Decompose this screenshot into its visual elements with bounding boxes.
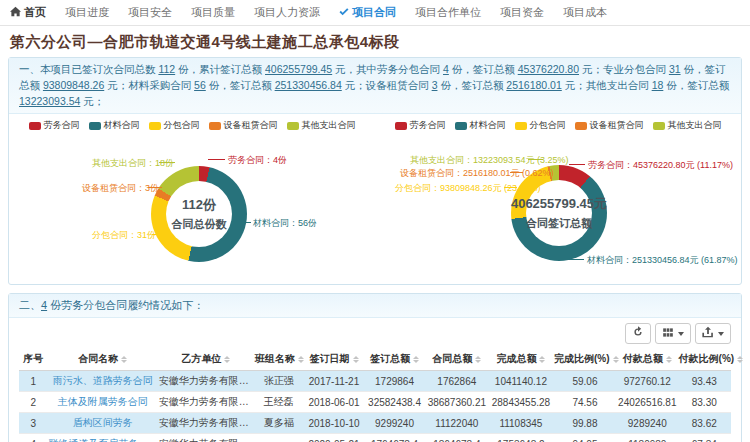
table-cell: 1864678.4 — [425, 434, 489, 442]
charts-row: 劳务合同材料合同分包合同设备租赁合同其他支出合同112份合同总份数劳务合同：4份… — [9, 114, 741, 284]
contract-name-link[interactable]: 盾构区间劳务 — [73, 417, 133, 428]
summary-number-link[interactable]: 251330456.84 — [275, 79, 342, 91]
sort-icon — [475, 356, 481, 363]
nav-item-label: 项目质量 — [191, 5, 235, 20]
chart-legend: 劳务合同材料合同分包合同设备租赁合同其他支出合同 — [375, 119, 741, 132]
summary-number-link[interactable]: 45376220.80 — [518, 63, 579, 75]
table-cell: 2020-05-21 — [304, 434, 365, 442]
donut-ring[interactable]: 112份合同总份数 — [151, 166, 247, 262]
table-cell: 2017-11-21 — [304, 371, 365, 392]
table-cell: 夏多福 — [254, 413, 304, 434]
contract-name-link[interactable]: 联络通道及泵房劳务合同 — [48, 438, 157, 442]
top-nav: 首页项目进度项目安全项目质量项目人力资源项目合同项目合作单位项目资金项目成本 — [0, 0, 750, 26]
table-cell: 74.56 — [553, 392, 617, 413]
nav-item-9[interactable]: 项目成本 — [563, 5, 607, 20]
nav-item-label: 项目合作单位 — [415, 5, 481, 20]
legend-item-分包合同[interactable]: 分包合同 — [515, 119, 566, 132]
nav-item-6[interactable]: 项目合同 — [339, 5, 396, 20]
column-header-完成比例(%)[interactable]: 完成比例(%) — [553, 348, 617, 371]
slice-leader-line — [152, 234, 167, 235]
column-header-label: 合同总额 — [432, 353, 472, 364]
legend-item-材料合同[interactable]: 材料合同 — [89, 119, 140, 132]
summary-number-link[interactable]: 13223093.54 — [19, 95, 80, 107]
slice-leader-line — [504, 187, 517, 188]
summary-number-link[interactable]: 2516180.01 — [506, 79, 561, 91]
summary-number-link[interactable]: 93809848.26 — [43, 79, 104, 91]
column-header-label: 付款比例(%) — [679, 353, 735, 364]
nav-item-1[interactable]: 首页 — [10, 5, 46, 20]
column-header-班组名称[interactable]: 班组名称 — [254, 348, 304, 371]
legend-item-劳务合同[interactable]: 劳务合同 — [395, 119, 446, 132]
donut-center-value: 112份 — [182, 196, 216, 214]
column-header-label: 完成总额 — [496, 353, 536, 364]
nav-item-label: 项目人力资源 — [254, 5, 320, 20]
table-row[interactable]: 3盾构区间劳务安徽华力劳务有限公司夏多福2018-10-109299240111… — [19, 413, 731, 434]
nav-item-5[interactable]: 项目人力资源 — [254, 5, 320, 20]
nav-item-label: 首页 — [24, 5, 46, 20]
column-header-合同名称[interactable]: 合同名称 — [47, 348, 157, 371]
table-cell: 4 — [19, 434, 47, 442]
summary-number-link[interactable]: 406255799.45 — [265, 63, 332, 75]
legend-item-材料合同[interactable]: 材料合同 — [455, 119, 506, 132]
table-cell: 盾构区间劳务 — [47, 413, 157, 434]
table-cell — [254, 434, 304, 442]
table-toolbar — [19, 323, 731, 344]
nav-item-label: 项目资金 — [500, 5, 544, 20]
column-header-完成总额[interactable]: 完成总额 — [489, 348, 553, 371]
summary-number-link[interactable]: 18 — [652, 79, 664, 91]
table-cell: 王经磊 — [254, 392, 304, 413]
nav-item-2[interactable]: 项目进度 — [65, 5, 109, 20]
legend-item-设备租赁合同[interactable]: 设备租赁合同 — [575, 119, 644, 132]
table-cell: 1041140.12 — [489, 371, 553, 392]
nav-item-3[interactable]: 项目安全 — [128, 5, 172, 20]
summary-number-link[interactable]: 31 — [669, 63, 681, 75]
legend-swatch — [209, 122, 221, 130]
column-header-签订日期[interactable]: 签订日期 — [304, 348, 365, 371]
table-row[interactable]: 1雨污水、道路劳务合同安徽华力劳务有限公司张正强2017-11-21172986… — [19, 371, 731, 392]
slice-leader-line — [510, 172, 523, 173]
table-row[interactable]: 4联络通道及泵房劳务合同安徽华力劳务有限公司2020-05-211764678.… — [19, 434, 731, 442]
summary-text-segment: 份，签订总额 — [449, 63, 518, 75]
nav-item-4[interactable]: 项目质量 — [191, 5, 235, 20]
nav-item-7[interactable]: 项目合作单位 — [415, 5, 481, 20]
labor-contracts-panel: 二、4 份劳务分包合同履约情况如下： 序号合同名称乙方单位班组名称签订日期签订总… — [8, 293, 742, 442]
table-cell: 1180980 — [617, 434, 678, 442]
refresh-icon — [632, 326, 644, 341]
contract-name-link[interactable]: 主体及附属劳务合同 — [58, 396, 148, 407]
summary-number-link[interactable]: 56 — [194, 79, 206, 91]
column-header-合同总额[interactable]: 合同总额 — [425, 348, 489, 371]
legend-item-其他支出合同[interactable]: 其他支出合同 — [653, 119, 722, 132]
export-button[interactable] — [695, 323, 731, 344]
table-cell: 93.43 — [678, 371, 731, 392]
legend-item-分包合同[interactable]: 分包合同 — [149, 119, 200, 132]
table-cell: 67.34 — [678, 434, 731, 442]
column-header-label: 序号 — [23, 353, 43, 364]
table-cell: 联络通道及泵房劳务合同 — [47, 434, 157, 442]
column-header-付款比例(%)[interactable]: 付款比例(%) — [678, 348, 731, 371]
column-header-乙方单位[interactable]: 乙方单位 — [158, 348, 254, 371]
column-header-签订总额[interactable]: 签订总额 — [364, 348, 425, 371]
table-cell: 2018-06-01 — [304, 392, 365, 413]
sort-icon — [353, 356, 359, 363]
summary-text-segment: 元，其中劳务分包合同 — [332, 63, 443, 75]
legend-item-其他支出合同[interactable]: 其他支出合同 — [287, 119, 356, 132]
nav-item-label: 项目合同 — [352, 5, 396, 20]
table-cell: 1 — [19, 371, 47, 392]
columns-button[interactable] — [655, 323, 691, 344]
summary-text-segment: 份，签订总额 — [206, 79, 275, 91]
nav-item-8[interactable]: 项目资金 — [500, 5, 544, 20]
legend-item-劳务合同[interactable]: 劳务合同 — [29, 119, 80, 132]
caret-down-icon — [678, 332, 684, 336]
table-cell: 主体及附属劳务合同 — [47, 392, 157, 413]
table-cell: 2 — [19, 392, 47, 413]
refresh-button[interactable] — [625, 323, 651, 344]
legend-item-设备租赁合同[interactable]: 设备租赁合同 — [209, 119, 278, 132]
table-body: 1雨污水、道路劳务合同安徽华力劳务有限公司张正强2017-11-21172986… — [19, 371, 731, 442]
column-header-付款总额[interactable]: 付款总额 — [617, 348, 678, 371]
table-row[interactable]: 2主体及附属劳务合同安徽华力劳务有限公司王经磊2018-06-013258243… — [19, 392, 731, 413]
summary-number-link[interactable]: 112 — [158, 63, 175, 75]
labor-contracts-heading: 二、4 份劳务分包合同履约情况如下： — [9, 294, 741, 318]
contract-name-link[interactable]: 雨污水、道路劳务合同 — [53, 375, 153, 386]
nav-item-label: 项目安全 — [128, 5, 172, 20]
slice-leader-line — [159, 162, 175, 163]
